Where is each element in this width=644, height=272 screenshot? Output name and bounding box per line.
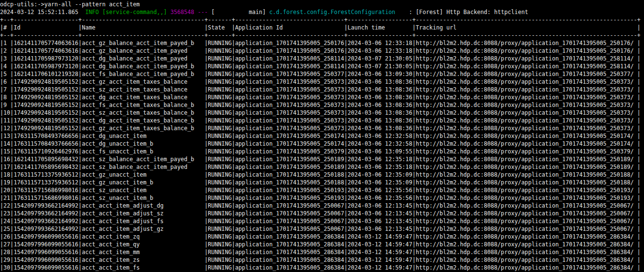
command-line: odcp-utils:->yarn-all --pattern acct_ite… [0, 0, 644, 8]
yarn-applications-table: +--+-------------------+----------------… [0, 16, 644, 272]
terminal-screen: odcp-utils:->yarn-all --pattern acct_ite… [0, 0, 644, 272]
log-line: 2024-03-12 15:52:11.865 INFO [service-co… [0, 8, 644, 16]
